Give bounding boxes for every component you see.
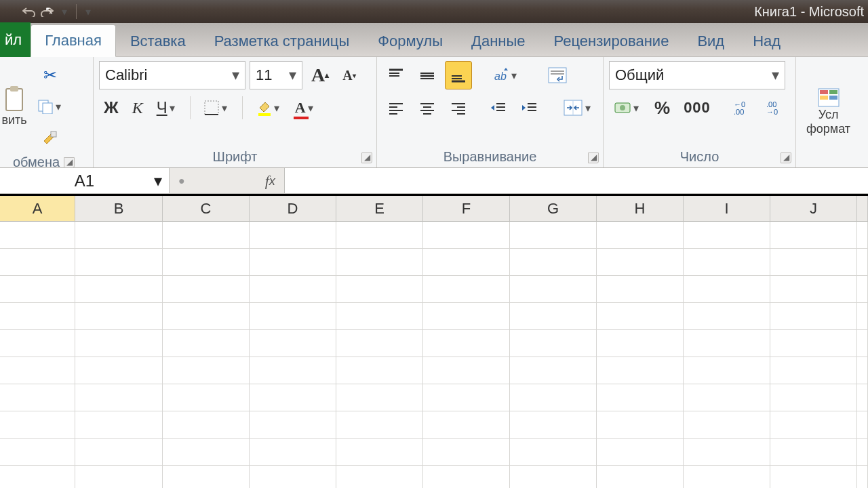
cell[interactable]: [250, 330, 336, 357]
clipboard-launcher-icon[interactable]: ◢: [64, 157, 75, 168]
column-header[interactable]: J: [770, 196, 857, 222]
cell[interactable]: [75, 384, 163, 411]
fill-color-button[interactable]: ▾: [251, 94, 286, 122]
cell[interactable]: [597, 439, 684, 466]
cell[interactable]: [857, 384, 868, 411]
cell[interactable]: [75, 276, 163, 303]
cell[interactable]: [684, 384, 770, 411]
cell[interactable]: [423, 411, 510, 439]
cell[interactable]: [684, 439, 770, 466]
cell[interactable]: [770, 222, 857, 249]
cell[interactable]: [0, 357, 75, 384]
italic-button[interactable]: К: [127, 94, 148, 122]
tab-addins[interactable]: Над: [738, 25, 795, 57]
cell[interactable]: [0, 276, 75, 303]
cell[interactable]: [423, 357, 510, 384]
cell[interactable]: [770, 411, 857, 439]
cell[interactable]: [510, 276, 597, 303]
conditional-formatting-button[interactable]: Усл формат: [802, 61, 855, 162]
font-name-combo[interactable]: Calibri▾: [99, 61, 245, 89]
cell[interactable]: [0, 249, 75, 276]
cell[interactable]: [163, 330, 250, 357]
cell[interactable]: [163, 466, 250, 488]
cell[interactable]: [684, 411, 770, 439]
cell[interactable]: [250, 439, 336, 466]
redo-icon[interactable]: [38, 3, 56, 20]
cell[interactable]: [857, 439, 868, 466]
cell[interactable]: [684, 222, 770, 249]
cell[interactable]: [163, 384, 250, 411]
cell[interactable]: [857, 330, 868, 357]
align-left-button[interactable]: [382, 94, 410, 122]
cell[interactable]: [0, 466, 75, 488]
cell[interactable]: [857, 249, 868, 276]
cell[interactable]: [75, 222, 163, 249]
cell[interactable]: [336, 357, 423, 384]
cell[interactable]: [423, 439, 510, 466]
cell[interactable]: [250, 303, 336, 330]
undo-icon[interactable]: [20, 3, 38, 20]
cell[interactable]: [510, 222, 597, 249]
increase-decimal-button[interactable]: ←0.00: [729, 94, 757, 122]
cell[interactable]: [336, 249, 423, 276]
accounting-format-button[interactable]: ▾: [609, 94, 646, 122]
cell[interactable]: [423, 466, 510, 488]
align-right-button[interactable]: [445, 94, 472, 122]
cell[interactable]: [857, 357, 868, 384]
percent-style-button[interactable]: %: [650, 94, 675, 122]
column-header[interactable]: H: [597, 196, 684, 222]
cell[interactable]: [597, 330, 684, 357]
spreadsheet-grid[interactable]: ABCDEFGHIJ: [0, 196, 868, 488]
format-painter-button[interactable]: [33, 123, 68, 152]
cell[interactable]: [510, 330, 597, 357]
copy-button[interactable]: ▾: [33, 92, 68, 121]
cell[interactable]: [75, 466, 163, 488]
cell[interactable]: [336, 330, 423, 357]
tab-home[interactable]: Главная: [31, 24, 116, 57]
cell[interactable]: [770, 439, 857, 466]
cell[interactable]: [75, 303, 163, 330]
cell[interactable]: [770, 249, 857, 276]
align-middle-button[interactable]: [414, 61, 441, 89]
cell[interactable]: [75, 411, 163, 439]
cell[interactable]: [336, 384, 423, 411]
paste-button[interactable]: вить: [0, 61, 28, 152]
qat-customize-icon[interactable]: ▾: [79, 3, 97, 20]
underline-button[interactable]: Ч▾: [152, 94, 182, 122]
cell[interactable]: [0, 330, 75, 357]
bold-button[interactable]: Ж: [99, 94, 123, 122]
cell[interactable]: [336, 411, 423, 439]
cell[interactable]: [597, 249, 684, 276]
cell[interactable]: [597, 222, 684, 249]
cell[interactable]: [250, 249, 336, 276]
cell[interactable]: [510, 466, 597, 488]
cell[interactable]: [510, 357, 597, 384]
column-header[interactable]: F: [423, 196, 510, 222]
insert-function-button[interactable]: fx: [260, 171, 280, 191]
cell[interactable]: [510, 384, 597, 411]
column-header[interactable]: G: [510, 196, 597, 222]
cell[interactable]: [510, 411, 597, 439]
column-header[interactable]: C: [163, 196, 250, 222]
number-launcher-icon[interactable]: ◢: [781, 152, 791, 163]
cell[interactable]: [163, 249, 250, 276]
cell[interactable]: [250, 222, 336, 249]
font-color-button[interactable]: A▾: [290, 94, 320, 122]
cell[interactable]: [163, 222, 250, 249]
cell[interactable]: [597, 466, 684, 488]
cell[interactable]: [250, 466, 336, 488]
merge-center-button[interactable]: ▾: [558, 94, 597, 122]
cell[interactable]: [510, 249, 597, 276]
cell[interactable]: [0, 411, 75, 439]
increase-indent-button[interactable]: [516, 94, 543, 122]
cell[interactable]: [684, 466, 770, 488]
number-format-combo[interactable]: Общий▾: [609, 61, 785, 89]
cell[interactable]: [770, 276, 857, 303]
tab-data[interactable]: Данные: [457, 25, 539, 57]
cell[interactable]: [250, 276, 336, 303]
cell[interactable]: [423, 249, 510, 276]
cell[interactable]: [684, 249, 770, 276]
column-header[interactable]: B: [75, 196, 163, 222]
cell[interactable]: [336, 222, 423, 249]
cell[interactable]: [163, 411, 250, 439]
